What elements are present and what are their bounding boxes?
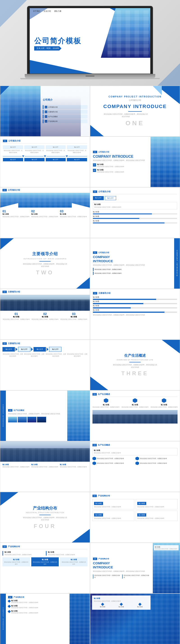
item-a-title: 输入标题 — [2, 213, 30, 215]
section-three-label: THREE — [112, 370, 158, 376]
section-num-01a: 01 — [3, 140, 7, 142]
slide-row-6: 02 主要领导介绍 输入文字 输入文字 输入文字 输入文字 请在此处输入您的文字… — [0, 340, 180, 390]
slide-leaders-progress: 02 主要领导介绍 输入标题 输入标题 输入标题 输入标题 请在此处输入您的文字… — [90, 289, 180, 340]
menu-item-4: 04 产业结构分布 — [43, 119, 88, 123]
slide-company-introduce-1: 01 公司项目介绍 COMPANYINTRODUCE 请在此处输入您的文字内容，… — [90, 238, 180, 289]
slide-industry-photo-overlay: 输入标题 请在此处输入您的文字内容，此模板仅供参考 输入标题 输入标题 输入标题 — [90, 594, 180, 644]
menu-item-2: 02 主要领导介绍 — [43, 110, 88, 114]
ci-body-r: 请在此处输入您的文字内容，此模板仅供参考，请在此处输入您的文字内容 — [93, 159, 148, 162]
item-c-desc: 请在此处输入您的文字内容，此模板仅供参考 — [60, 216, 88, 218]
slide-industry-items: 04 产业结构分布 输入标题 请在此处输入您的文字内容，此模板仅供参考 输入标题… — [90, 492, 180, 543]
section-one-label: ONE — [103, 120, 167, 127]
slide-row-3: 01 公司项目介绍 01 输入标题 请在此处输入您的文字内容，此模板仅供参考 0… — [0, 187, 180, 238]
section-title-01a: 公司项目介绍 — [8, 140, 20, 142]
slide-row-10: 04 产业结构分布 输入标题 请在此处输入您的文字内容，此模板仅供参考 输入标题… — [0, 543, 180, 594]
company-introduce-title-r: COMPANY INTRODUCE — [93, 154, 148, 159]
section-title-01b: 公司项目介绍 — [98, 151, 109, 153]
slide-production-section: 生产生活概述 OVERVIEW OF PRODUCTION AND LIFE 请… — [90, 340, 180, 390]
slide-company-progress: 01 公司项目介绍 输入文字 输入文字 输入标题 请在此处输入您的文字内容，此模… — [90, 187, 180, 238]
leaders-title-en: INTRODUCTION OF MAIN LEADERS — [22, 258, 68, 260]
bottom-item-3: 输入文字 — [46, 158, 66, 161]
slide-leaders-flow: 02 主要领导介绍 输入文字 输入文字 输入文字 输入文字 请在此处输入您的文字… — [0, 340, 90, 390]
col-item-1: 输入文字 — [3, 145, 23, 149]
col-item-4: 输入文字 — [67, 145, 87, 149]
slide-menu: 公司简介 01 公司项目介绍 02 主要领导介绍 03 生产生活概述 04 产 — [0, 86, 90, 136]
cover-main-title: 公司简介模板 — [34, 37, 146, 44]
input-area-title: 输入标题 — [94, 203, 176, 206]
company-introduce-1: COMPANYINTRODUCE — [93, 255, 172, 263]
section-intro-label: COMPANY PROJECT INTRODUCTION — [103, 96, 167, 98]
slide-row-1: 公司简介 01 公司项目介绍 02 主要领导介绍 03 生产生活概述 04 产 — [0, 86, 180, 136]
production-title: 生产生活概述 — [112, 353, 158, 358]
item-b-title: 输入标题 — [31, 213, 59, 215]
slide-company-top-building: 01 公司项目介绍 01 输入标题 请在此处输入您的文字内容，此模板仅供参考 0… — [0, 187, 90, 238]
menu-item-1: 01 公司项目介绍 — [43, 105, 88, 109]
section-two-label: TWO — [22, 270, 68, 276]
section-intro-subtitle: 公司项目介绍 — [103, 99, 167, 102]
col-desc-3: 请在此处输入您的文字内容，此模板仅供参考 — [46, 150, 66, 154]
slide-industry-ci: 04 产业结构分布 COMPANYINTRODUCE 请在此处输入您的文字内容，… — [90, 543, 180, 594]
slide-row-8: 输入标题 请在此处输入您的文字内容，此模板仅供参考 输入标题 请在此处输入您的文… — [0, 441, 180, 492]
slide-production-3items: 03 生产生活概述 输入标题 请在此处输入您的文字内容，此模板仅供参考 输入标题… — [90, 390, 180, 441]
item-c-title: 输入标题 — [60, 213, 88, 215]
production-title-en: OVERVIEW OF PRODUCTION AND LIFE — [112, 359, 158, 360]
slide-company-building: 01 公司项目介绍 COMPANY INTRODUCE 请在此处输入您的文字内容… — [90, 136, 180, 187]
item-01-title: 输入标题 — [97, 163, 124, 166]
tab-active[interactable]: 输入文字 — [93, 196, 104, 200]
slide-industry-vertical: COMPANY INTRODUCE 04 产业结构分布 输入标题 请在此处输入您… — [0, 594, 90, 644]
menu-item-3: 03 生产生活概述 — [43, 115, 88, 118]
col-desc-4: 请在此处输入您的文字内容，此模板仅供参考 — [67, 150, 87, 154]
col-desc-1: 请在此处输入您的文字内容，此模板仅供参考 — [3, 150, 23, 154]
item-a-desc: 请在此处输入您的文字内容，此模板仅供参考 — [2, 216, 30, 218]
bottom-item-1: 输入文字 — [3, 158, 23, 161]
slide-row-5: 02 主要领导介绍 01 输入标题 请在此处输入您的文字内容，此模板仅供参考 0… — [0, 289, 180, 340]
section-four-label: FOUR — [22, 523, 68, 529]
nav-item-team: 团队力量 — [54, 10, 61, 12]
cover-subtitle: 文本人时：时间，2018年 — [34, 46, 61, 50]
leaders-body: 请在此处输入您的文字内容，此模板仅供参考，请在此处输入您的文字内容 — [22, 263, 68, 268]
slide-production-city: 输入标题 请在此处输入您的文字内容，此模板仅供参考 输入标题 请在此处输入您的文… — [0, 441, 90, 492]
col-item-3: 输入文字 — [46, 145, 66, 149]
item-02-desc: 请在此处输入您的文字内容，此模板仅供参考 — [97, 171, 124, 173]
bottom-item-2: 输入文字 — [24, 158, 45, 161]
input-area-desc: 请在此处输入您的文字内容，此模板仅供参考 — [94, 206, 176, 208]
item-b-desc: 请在此处输入您的文字内容，此模板仅供参考 — [31, 216, 59, 218]
col-desc-2: 请在此处输入您的文字内容，此模板仅供参考 — [24, 150, 45, 154]
industry-title: 产业结构分布 — [22, 506, 68, 511]
leaders-title-big: 主要领导介绍 — [22, 251, 68, 256]
slide-production-ci: COMPANY INTRODUCE 03 生产生活概述 请在此处输入您的文字内容… — [0, 390, 90, 441]
menu-slide-title: 公司简介 — [43, 98, 88, 102]
slide-row-11: COMPANY INTRODUCE 04 产业结构分布 输入标题 请在此处输入您… — [0, 594, 180, 644]
industry-ci-text: COMPANYINTRODUCE — [93, 561, 150, 569]
slide-company-intro-section: COMPANY PROJECT INTRODUCTION 公司项目介绍 COMP… — [90, 86, 180, 136]
slide-industry-input: 04 产业结构分布 输入标题 请在此处输入您的文字内容，此模板仅供参考 输入标题… — [0, 543, 90, 594]
bottom-item-4: 输入文字 — [67, 158, 87, 161]
cover-slide: 关于我们 企业介绍 团队力量 公司简介模板 文本人时：时间，2018年 — [0, 0, 180, 86]
slide-row-4: 主要领导介绍 INTRODUCTION OF MAIN LEADERS 请在此处… — [0, 238, 180, 289]
section-03-title: 公司项目介绍 — [8, 189, 20, 192]
slide-row-2: 01 公司项目介绍 输入文字 请在此处输入您的文字内容，此模板仅供参考 输入文字… — [0, 136, 180, 187]
item-01-desc: 请在此处输入您的文字内容，此模板仅供参考 — [97, 166, 124, 168]
slide-leaders-city: 02 主要领导介绍 01 输入标题 请在此处输入您的文字内容，此模板仅供参考 0… — [0, 289, 90, 340]
section-num-01b: 01 — [93, 151, 97, 153]
slide-production-hex4: 03 生产生活概述 输入标题 请在此处输入您的文字内容，此模板仅供参考 请在此处… — [90, 441, 180, 492]
slide-row-7: COMPANY INTRODUCE 03 生产生活概述 请在此处输入您的文字内容… — [0, 390, 180, 441]
intro-body-text: 请在此处输入您的文字内容，此模板仅供参考，请在此处输入您的文字内容 — [103, 113, 148, 118]
item-02-title: 输入标题 — [97, 169, 124, 171]
slide-company-items: 01 公司项目介绍 输入文字 请在此处输入您的文字内容，此模板仅供参考 输入文字… — [0, 136, 90, 187]
nav-item-intro: 企业介绍 — [44, 10, 51, 12]
slide-industry-section: 产业结构分布 INDUSTRIAL STRUCTURE DISTRIBUTION… — [0, 492, 90, 543]
col-item-2: 输入文字 — [24, 145, 45, 149]
company-introduce-big: COMPANY INTRODUCE — [103, 104, 167, 110]
tab-inactive[interactable]: 输入文字 — [105, 196, 116, 200]
nav-item-about: 关于我们 — [33, 10, 40, 12]
slide-leaders-section: 主要领导介绍 INTRODUCTION OF MAIN LEADERS 请在此处… — [0, 238, 90, 289]
slide-row-9: 产业结构分布 INDUSTRIAL STRUCTURE DISTRIBUTION… — [0, 492, 180, 543]
industry-title-en: INDUSTRIAL STRUCTURE DISTRIBUTION — [22, 512, 68, 513]
